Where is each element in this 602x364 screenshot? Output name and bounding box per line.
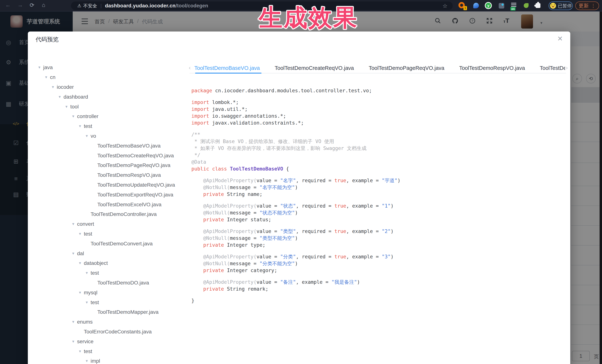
caret-down-icon[interactable]: ▼ bbox=[51, 85, 57, 89]
extensions-puzzle-icon[interactable] bbox=[535, 2, 542, 10]
reload-icon[interactable]: ⟳ bbox=[30, 2, 34, 8]
caret-down-icon[interactable]: ▼ bbox=[78, 124, 84, 128]
tree-folder-row[interactable]: ▼mysql bbox=[28, 288, 185, 297]
extension-leaf-icon[interactable] bbox=[523, 2, 530, 10]
caret-down-icon[interactable]: ▼ bbox=[72, 114, 77, 118]
caret-down-icon[interactable]: ▼ bbox=[78, 232, 84, 236]
tree-file-row[interactable]: ToolTestDemoCreateReqVO.java bbox=[28, 151, 185, 160]
caret-down-icon[interactable]: ▼ bbox=[58, 95, 64, 99]
home-icon[interactable]: ⌂ bbox=[42, 2, 45, 8]
tabs-scroll-right-icon[interactable]: › bbox=[566, 64, 568, 71]
extension-pin-icon[interactable] bbox=[473, 2, 480, 10]
file-tab[interactable]: ToolTestDemoUpdateReqVO.java bbox=[540, 65, 565, 71]
tree-file-row[interactable]: ToolTestDemoExportReqVO.java bbox=[28, 190, 185, 200]
security-warning-icon: ⚠ bbox=[77, 3, 81, 8]
profile-paused-pill[interactable]: 已暂停 bbox=[548, 1, 573, 10]
code-line: @NotNull(message = "分类不能为空") bbox=[191, 260, 400, 267]
caret-down-icon[interactable]: ▼ bbox=[78, 261, 84, 265]
security-warning-label: 不安全 bbox=[83, 3, 97, 9]
tree-folder-row[interactable]: ▼dal bbox=[28, 249, 185, 258]
update-button[interactable]: 更新 ⋮ bbox=[575, 1, 599, 10]
tree-file-row[interactable]: ToolTestDemoExcelVO.java bbox=[28, 200, 185, 209]
tree-file-row[interactable]: ToolTestDemoMapper.java bbox=[28, 307, 185, 317]
code-line: public class ToolTestDemoBaseVO { bbox=[191, 165, 400, 172]
extension-y-icon[interactable]: y bbox=[485, 2, 492, 10]
tree-folder-row[interactable]: ▼vo bbox=[28, 131, 185, 141]
code-line: private Integer status; bbox=[191, 216, 400, 223]
tree-file-row[interactable]: ToolTestDemoRespVO.java bbox=[28, 170, 185, 180]
tree-folder-row[interactable]: ▼cn bbox=[28, 73, 185, 82]
tree-file-row[interactable]: ToolTestDemoUpdateReqVO.java bbox=[28, 180, 185, 190]
extension-grey-icon[interactable] bbox=[498, 2, 505, 10]
code-line: @ApiModelProperty(value = "状态", required… bbox=[191, 202, 400, 209]
caret-down-icon[interactable]: ▼ bbox=[38, 65, 43, 70]
extension-orange-icon[interactable]: 1 bbox=[458, 2, 466, 10]
caret-down-icon[interactable]: ▼ bbox=[85, 301, 91, 304]
tree-folder-row[interactable]: ▼convert bbox=[28, 219, 185, 229]
tree-folder-row[interactable]: ▼test bbox=[28, 268, 185, 278]
extension-on-icon[interactable]: on bbox=[510, 2, 518, 10]
code-line: @ApiModelProperty(value = "类型", required… bbox=[191, 228, 400, 235]
code-line bbox=[191, 198, 400, 202]
file-tab[interactable]: ToolTestDemoBaseVO.java bbox=[194, 65, 260, 71]
tree-node-label: test bbox=[91, 270, 99, 276]
close-icon[interactable]: ✕ bbox=[557, 35, 563, 43]
caret-down-icon[interactable]: ▼ bbox=[65, 105, 70, 109]
tree-node-label: test bbox=[91, 300, 99, 305]
tree-folder-row[interactable]: ▼test bbox=[28, 297, 185, 307]
tree-file-row[interactable]: ToolTestDemoPageReqVO.java bbox=[28, 160, 185, 170]
emoji-face-icon bbox=[550, 3, 556, 9]
code-line: import javax.validation.constraints.*; bbox=[191, 119, 400, 126]
file-tab[interactable]: ToolTestDemoRespVO.java bbox=[459, 65, 525, 71]
caret-down-icon[interactable]: ▼ bbox=[78, 291, 84, 295]
caret-down-icon[interactable]: ▼ bbox=[72, 320, 77, 324]
address-divider: | bbox=[100, 3, 102, 9]
caret-down-icon[interactable]: ▼ bbox=[78, 349, 84, 354]
tree-file-row[interactable]: ToolTestDemoBaseVO.java bbox=[28, 141, 185, 151]
tree-folder-row[interactable]: ▼service bbox=[28, 337, 185, 346]
forward-icon[interactable]: → bbox=[17, 2, 23, 8]
tree-node-label: dashboard bbox=[64, 94, 88, 100]
tree-file-row[interactable]: ToolTestDemoDO.java bbox=[28, 278, 185, 288]
tree-file-row[interactable]: ToolTestDemoController.java bbox=[28, 209, 185, 219]
back-icon[interactable]: ← bbox=[5, 2, 11, 8]
tree-node-label: iocoder bbox=[57, 84, 74, 90]
url-host: dashboard.yudao.iocoder.cn bbox=[105, 3, 176, 9]
code-line bbox=[191, 248, 400, 253]
tree-folder-row[interactable]: ▼dataobject bbox=[28, 258, 185, 268]
code-line: private String remark; bbox=[191, 285, 400, 292]
tree-file-row[interactable]: ToolErrorCodeConstants.java bbox=[28, 327, 185, 337]
code-line: @ApiModelProperty(value = "备注", example … bbox=[191, 279, 400, 285]
caret-down-icon[interactable]: ▼ bbox=[44, 75, 50, 79]
caret-down-icon[interactable]: ▼ bbox=[72, 251, 77, 256]
caret-down-icon[interactable]: ▼ bbox=[85, 271, 91, 275]
tree-folder-row[interactable]: ▼test bbox=[28, 229, 185, 239]
tree-folder-row[interactable]: ▼dashboard bbox=[28, 92, 185, 102]
caret-down-icon[interactable]: ▼ bbox=[72, 340, 77, 343]
caret-down-icon[interactable]: ▼ bbox=[85, 134, 91, 138]
bookmark-star-icon[interactable]: ☆ bbox=[442, 3, 448, 9]
tree-node-label: service bbox=[77, 339, 94, 344]
tree-folder-row[interactable]: ▼java bbox=[28, 63, 185, 73]
grey-square-icon bbox=[499, 3, 504, 9]
tree-node-label: ToolTestDemoExportReqVO.java bbox=[97, 192, 173, 198]
tree-folder-row[interactable]: ▼test bbox=[28, 121, 185, 131]
code-view[interactable]: package cn.iocoder.dashboard.modules.too… bbox=[191, 87, 400, 304]
tree-folder-row[interactable]: ▼impl bbox=[28, 356, 185, 364]
tabs-scroll-left-icon[interactable]: ‹ bbox=[189, 64, 191, 71]
file-tab[interactable]: ToolTestDemoCreateReqVO.java bbox=[275, 65, 354, 71]
caret-down-icon[interactable]: ▼ bbox=[85, 359, 91, 363]
tree-folder-row[interactable]: ▼controller bbox=[28, 112, 185, 121]
tree-folder-row[interactable]: ▼test bbox=[28, 346, 185, 356]
tree-node-label: dataobject bbox=[84, 260, 108, 266]
code-line: @Data bbox=[191, 158, 400, 165]
tree-folder-row[interactable]: ▼enums bbox=[28, 317, 185, 327]
file-tab[interactable]: ToolTestDemoPageReqVO.java bbox=[369, 65, 444, 71]
tree-folder-row[interactable]: ▼iocoder bbox=[28, 82, 185, 92]
kebab-menu-icon[interactable]: ⋮ bbox=[591, 3, 596, 9]
tree-file-row[interactable]: ToolTestDemoConvert.java bbox=[28, 239, 185, 249]
tree-folder-row[interactable]: ▼tool bbox=[28, 102, 185, 112]
puzzle-icon bbox=[536, 3, 540, 8]
caret-down-icon[interactable]: ▼ bbox=[72, 222, 77, 226]
tree-node-label: ToolTestDemoBaseVO.java bbox=[97, 143, 161, 149]
